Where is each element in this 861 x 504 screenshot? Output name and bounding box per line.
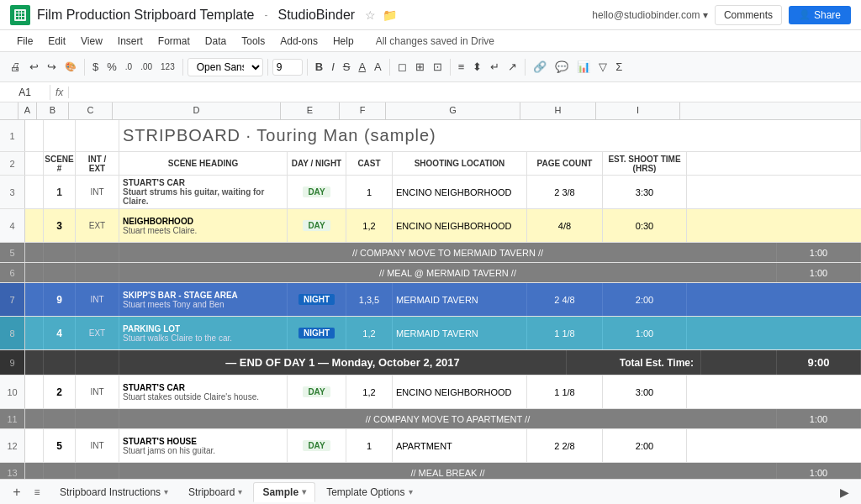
link-button[interactable]: 🔗 bbox=[530, 59, 550, 75]
shoot-time[interactable]: 0:30 bbox=[603, 209, 687, 242]
scene-heading[interactable]: STUART'S CAR Stuart strums his guitar, w… bbox=[119, 176, 288, 208]
int-ext[interactable]: INT bbox=[76, 283, 119, 316]
scene-number[interactable]: 9 bbox=[44, 283, 76, 316]
scene-heading[interactable]: NEIGHBORHOOD Stuart meets Claire. bbox=[119, 209, 288, 242]
int-ext[interactable]: INT bbox=[76, 429, 119, 462]
page-count[interactable]: 4/8 bbox=[527, 209, 603, 242]
cell-9c[interactable] bbox=[76, 350, 119, 375]
day-night[interactable]: DAY bbox=[288, 375, 346, 408]
font-selector[interactable]: Open Sans bbox=[188, 58, 263, 76]
percent-button[interactable]: % bbox=[103, 59, 120, 75]
bold-button[interactable]: B bbox=[312, 59, 326, 75]
font-size-input[interactable] bbox=[272, 59, 303, 76]
cell-5b[interactable] bbox=[44, 243, 76, 262]
int-ext[interactable]: EXT bbox=[76, 209, 119, 242]
shoot-time[interactable]: 1:00 bbox=[777, 243, 861, 262]
scene-number[interactable]: 2 bbox=[44, 375, 76, 408]
col-header-g[interactable]: G bbox=[386, 102, 520, 119]
decimal-inc-button[interactable]: .00 bbox=[137, 60, 156, 73]
cell-5c[interactable] bbox=[76, 243, 119, 262]
day-night[interactable]: NIGHT bbox=[288, 283, 346, 316]
comment-button[interactable]: 💬 bbox=[552, 59, 572, 75]
add-sheet-button[interactable]: + bbox=[7, 482, 27, 502]
menu-tools[interactable]: Tools bbox=[235, 34, 272, 49]
folder-icon[interactable]: 📁 bbox=[383, 8, 397, 22]
menu-addons[interactable]: Add-ons bbox=[273, 34, 325, 49]
cast[interactable]: 1,2 bbox=[346, 209, 393, 242]
page-count[interactable]: 1 1/8 bbox=[527, 317, 603, 349]
menu-view[interactable]: View bbox=[74, 34, 109, 49]
cell-1c[interactable] bbox=[76, 120, 119, 151]
page-count[interactable]: 2 2/8 bbox=[527, 429, 603, 462]
align-button[interactable]: ≡ bbox=[455, 59, 468, 75]
menu-help[interactable]: Help bbox=[326, 34, 361, 49]
col-header-f[interactable]: F bbox=[340, 102, 386, 119]
location[interactable]: MERMAID TAVERN bbox=[393, 283, 527, 316]
text-color-button[interactable]: A bbox=[371, 59, 385, 75]
cell-9h[interactable] bbox=[701, 350, 777, 375]
paint-format-button[interactable]: 🎨 bbox=[61, 60, 80, 74]
star-icon[interactable]: ☆ bbox=[365, 8, 376, 22]
col-header-d[interactable]: D bbox=[113, 102, 281, 119]
cast[interactable]: 1 bbox=[346, 176, 393, 208]
scene-heading[interactable]: STUART'S CAR Stuart stakes outside Clair… bbox=[119, 375, 288, 408]
decimal-dec-button[interactable]: .0 bbox=[122, 60, 135, 73]
tab-template-options[interactable]: Template Options ▾ bbox=[317, 482, 421, 502]
scroll-right-button[interactable]: ▶ bbox=[834, 482, 854, 502]
int-ext[interactable]: INT bbox=[76, 176, 119, 208]
location[interactable]: ENCINO NEIGHBORHOOD bbox=[393, 176, 527, 208]
page-count[interactable]: 1 1/8 bbox=[527, 375, 603, 408]
int-ext[interactable]: EXT bbox=[76, 317, 119, 349]
sheet-title[interactable]: STRIPBOARD · Touring Man (sample) bbox=[119, 120, 861, 151]
format-number-button[interactable]: 123 bbox=[157, 60, 178, 73]
share-button[interactable]: 👤 Share bbox=[789, 6, 851, 24]
scene-number[interactable]: 3 bbox=[44, 209, 76, 242]
location[interactable]: ENCINO NEIGHBORHOOD bbox=[393, 209, 527, 242]
cell-13a[interactable] bbox=[25, 463, 44, 479]
tab-stripboard-instructions[interactable]: Stripboard Instructions ▾ bbox=[50, 482, 177, 502]
cell-7a[interactable] bbox=[25, 283, 44, 316]
cell-11b[interactable] bbox=[44, 409, 76, 428]
fill-color-button[interactable]: ◻ bbox=[394, 59, 410, 75]
cell-9b[interactable] bbox=[44, 350, 76, 375]
shoot-time[interactable]: 1:00 bbox=[777, 263, 861, 282]
col-header-h[interactable]: H bbox=[520, 102, 596, 119]
undo-button[interactable]: ↩ bbox=[26, 59, 42, 75]
col-header-b[interactable]: B bbox=[37, 102, 69, 119]
tab-stripboard[interactable]: Stripboard ▾ bbox=[179, 482, 251, 502]
cell-13c[interactable] bbox=[76, 463, 119, 479]
print-button[interactable]: 🖨 bbox=[7, 59, 24, 75]
total-shoot-time[interactable]: 9:00 bbox=[777, 350, 861, 375]
tab-sample[interactable]: Sample ▾ bbox=[253, 482, 315, 502]
cast[interactable]: 1,2 bbox=[346, 375, 393, 408]
scene-heading[interactable]: SKIPP'S BAR - STAGE AREA Stuart meets To… bbox=[119, 283, 288, 316]
menu-insert[interactable]: Insert bbox=[111, 34, 150, 49]
shoot-time[interactable]: 3:30 bbox=[603, 176, 687, 208]
location[interactable]: MERMAID TAVERN bbox=[393, 317, 527, 349]
int-ext[interactable]: INT bbox=[76, 375, 119, 408]
location[interactable]: ENCINO NEIGHBORHOOD bbox=[393, 375, 527, 408]
scene-heading[interactable]: PARKING LOT Stuart walks Claire to the c… bbox=[119, 317, 288, 349]
cell-11a[interactable] bbox=[25, 409, 44, 428]
day-night[interactable]: DAY bbox=[288, 429, 346, 462]
borders-button[interactable]: ⊞ bbox=[412, 59, 428, 75]
cell-1b[interactable] bbox=[44, 120, 76, 151]
formula-content[interactable] bbox=[69, 91, 861, 94]
location[interactable]: APARTMENT bbox=[393, 429, 527, 462]
chart-button[interactable]: 📊 bbox=[573, 59, 594, 75]
cell-9a[interactable] bbox=[25, 350, 44, 375]
cast[interactable]: 1,2 bbox=[346, 317, 393, 349]
page-count[interactable]: 2 3/8 bbox=[527, 176, 603, 208]
menu-file[interactable]: File bbox=[10, 34, 40, 49]
currency-button[interactable]: $ bbox=[89, 59, 102, 75]
menu-data[interactable]: Data bbox=[198, 34, 233, 49]
day-night[interactable]: DAY bbox=[288, 209, 346, 242]
rotate-button[interactable]: ↗ bbox=[504, 59, 520, 75]
cast[interactable]: 1 bbox=[346, 429, 393, 462]
comments-button[interactable]: Comments bbox=[715, 5, 782, 25]
cell-10a[interactable] bbox=[25, 375, 44, 408]
cell-4a[interactable] bbox=[25, 209, 44, 242]
shoot-time[interactable]: 1:00 bbox=[777, 409, 861, 428]
cell-11c[interactable] bbox=[76, 409, 119, 428]
menu-format[interactable]: Format bbox=[151, 34, 197, 49]
